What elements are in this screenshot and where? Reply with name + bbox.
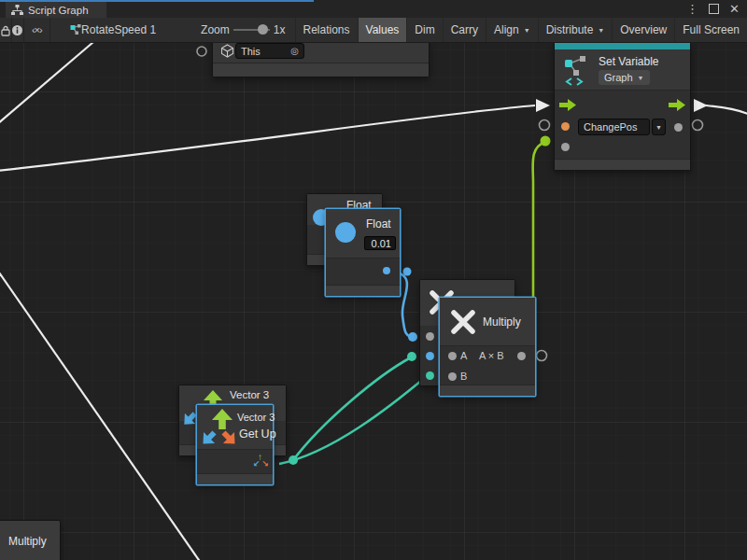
close-icon[interactable]: ✕ (729, 1, 740, 17)
scope-label: Graph (604, 72, 633, 83)
multiply-back-port-connected-vector[interactable] (426, 371, 434, 380)
vector3-downright-arrow-icon (221, 430, 237, 446)
graph-toolbar: ‹×› RotateSpeed 1 Zoom 1x Relations Valu… (0, 18, 747, 43)
port-ring-this (197, 47, 206, 56)
cube-icon (220, 44, 234, 58)
multiply-port-b[interactable] (448, 372, 457, 381)
vector3-downleft-arrow-icon (182, 412, 197, 427)
zoom-label: Zoom (201, 23, 230, 36)
variable-name-port[interactable] (561, 122, 570, 131)
zoom-slider[interactable] (233, 29, 270, 31)
vector3-footer (197, 473, 273, 484)
tab-script-graph[interactable]: Script Graph (6, 2, 106, 18)
wire-end-teal[interactable] (407, 352, 416, 361)
flow-output-port[interactable] (669, 99, 685, 111)
graph-breadcrumb-icon (70, 18, 81, 42)
vector3-downleft-arrow-icon (201, 430, 217, 446)
wire-arrowhead-output (694, 99, 708, 112)
object-picker-icon[interactable]: ◎ (290, 46, 299, 56)
multiply-label-b: B (460, 371, 467, 382)
toolbar-button-relations[interactable]: Relations (295, 18, 358, 42)
vector3-up-arrow-icon (212, 409, 233, 429)
menu-icon[interactable]: ⋮ (686, 1, 698, 17)
port-ring-setvariable-left (540, 120, 550, 131)
port-ring-setvariable-right (693, 120, 703, 131)
toolbar-button-align[interactable]: Align▼ (486, 18, 538, 42)
wire-vector-to-multiply-a[interactable] (293, 357, 411, 460)
multiply-label-axb: A × B (479, 350, 504, 361)
multiply-output-port[interactable] (517, 352, 526, 360)
script-graph-icon (11, 5, 23, 15)
multiply-partial-title: Multiply (8, 535, 47, 548)
script-graph-window: This ◎ Set Variable Graph ▼ Cha (0, 0, 747, 560)
node-multiply-partial[interactable]: Multiply (0, 520, 61, 560)
toolbar-button-fullscreen[interactable]: Full Screen (674, 18, 747, 42)
vector3-subtitle: Get Up (239, 427, 276, 441)
variable-node-strip (555, 43, 690, 49)
float-value-input[interactable]: 0.01 (364, 236, 396, 250)
this-field-value: This (241, 46, 261, 57)
wire-into-set-variable[interactable] (0, 105, 535, 171)
toolbar-button-distribute[interactable]: Distribute▼ (538, 18, 613, 42)
port-ring-multiply-out (537, 351, 547, 361)
toolbar-button-values[interactable]: Values (358, 18, 407, 42)
wire-white-bottomleft[interactable] (0, 270, 201, 560)
node-set-variable[interactable]: Set Variable Graph ▼ ChangePos ▼ (554, 42, 691, 171)
toolbar-button-carry[interactable]: Carry (443, 18, 486, 42)
float-value: 0.01 (372, 238, 391, 249)
vector3-output-port[interactable]: ↑ ↙ ↘ (253, 453, 270, 469)
this-object-field[interactable]: This ◎ (235, 43, 304, 59)
wire-out-of-set-variable[interactable] (706, 105, 747, 115)
lock-button[interactable] (0, 18, 11, 42)
wire-end-blue[interactable] (408, 332, 417, 342)
multiply-back-port-connected-float[interactable] (426, 352, 434, 360)
flow-input-port[interactable] (559, 99, 576, 111)
set-variable-output-port[interactable] (674, 123, 683, 132)
float-output-port[interactable] (383, 267, 390, 274)
wire-end-lime[interactable] (541, 136, 551, 147)
multiply-title: Multiply (483, 315, 521, 329)
wire-start-blue[interactable] (403, 268, 412, 276)
set-variable-footer (555, 159, 690, 170)
multiply-back-port-a[interactable] (426, 332, 434, 341)
wire-multiply-to-setvariable[interactable] (533, 142, 545, 299)
code-view-icon: ‹×› (32, 24, 42, 35)
zoom-slider-handle[interactable] (258, 24, 268, 35)
node-this-footer (213, 63, 429, 77)
maximize-icon[interactable] (709, 4, 719, 14)
node-multiply[interactable]: Multiply A A × B B (439, 297, 536, 397)
float-icon (335, 222, 356, 243)
variable-scope-dropdown[interactable]: Graph ▼ (599, 70, 650, 85)
variable-name-dropdown[interactable]: ChangePos (578, 119, 650, 135)
vector3-back-title: Vector 3 (230, 389, 269, 400)
node-vector3-getup[interactable]: Vector 3 Get Up ↑ ↙ ↘ (196, 404, 274, 485)
zoom-value: 1x (274, 23, 286, 36)
chevron-down-icon: ▼ (638, 75, 644, 81)
toolbar-button-dim[interactable]: Dim (406, 18, 442, 42)
tab-label: Script Graph (28, 5, 89, 16)
tab-bar: Script Graph (0, 0, 747, 18)
mini-downleft-arrow-icon: ↙ (253, 459, 261, 469)
set-variable-title: Set Variable (599, 55, 658, 68)
info-button[interactable] (11, 18, 23, 42)
variable-dropdown-button[interactable]: ▼ (652, 119, 666, 135)
breadcrumb[interactable]: RotateSpeed 1 (81, 23, 156, 36)
code-view-button[interactable]: ‹×› (24, 18, 49, 42)
toolbar-button-overview[interactable]: Overview (612, 18, 674, 42)
multiply-label-a: A (460, 350, 467, 361)
focus-indicator-line (0, 0, 314, 2)
multiply-port-a[interactable] (448, 352, 457, 360)
wire-white-topleft[interactable] (0, 42, 93, 124)
float-title: Float (366, 217, 391, 231)
mini-downright-arrow-icon: ↘ (261, 459, 269, 469)
multiply-icon (449, 308, 477, 336)
float-footer (326, 285, 400, 296)
graph-node-icon (70, 24, 81, 35)
chevron-down-icon: ▼ (655, 124, 662, 131)
set-variable-icon (564, 55, 588, 87)
wire-arrowhead-input (536, 99, 550, 112)
value-input-port[interactable] (561, 143, 570, 151)
chevron-down-icon: ▼ (598, 27, 604, 34)
node-float[interactable]: Float 0.01 (325, 208, 401, 297)
node-this[interactable]: This ◎ (212, 37, 430, 77)
